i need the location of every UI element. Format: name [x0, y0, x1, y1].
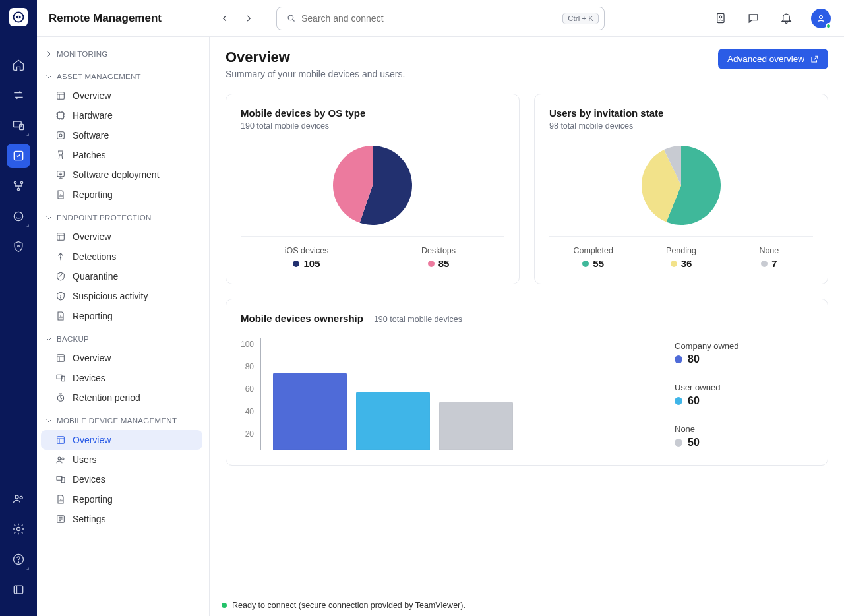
- bar-chart-ownership: [260, 338, 622, 450]
- legend-swatch-icon: [293, 261, 299, 267]
- sidebar-item-icon: [55, 130, 66, 140]
- legend-item: Company owned 80: [675, 341, 813, 365]
- sidebar-item-icon: [55, 514, 66, 524]
- sidebar-item-label: Devices: [73, 373, 106, 383]
- sidebar-item-overview[interactable]: Overview: [41, 430, 202, 450]
- rail-remote-management-icon[interactable]: [7, 144, 30, 168]
- sidebar-item-detections[interactable]: Detections: [41, 247, 202, 266]
- chat-icon[interactable]: [745, 11, 761, 26]
- sidebar-item-devices[interactable]: Devices: [41, 368, 202, 388]
- sidebar-item-label: Software: [73, 130, 109, 140]
- rail-help-icon[interactable]: [7, 547, 30, 571]
- chevron-icon: [45, 335, 53, 343]
- chevron-icon: [45, 50, 53, 58]
- card-subtitle: 190 total mobile devices: [241, 121, 504, 131]
- nav-back-button[interactable]: [217, 11, 233, 26]
- chevron-icon: [45, 73, 53, 80]
- legend-value: 60: [688, 395, 700, 407]
- advanced-overview-button[interactable]: Advanced overview: [718, 49, 828, 69]
- rail-team-icon[interactable]: [7, 487, 30, 510]
- sidebar-group-backup[interactable]: BACKUP: [41, 330, 202, 348]
- sidebar-group-asset management[interactable]: ASSET MANAGEMENT: [41, 67, 202, 86]
- legend-value: 55: [593, 258, 604, 269]
- search-shortcut: Ctrl + K: [562, 13, 599, 24]
- sidebar-item-hardware[interactable]: Hardware: [41, 106, 202, 125]
- sidebar-item-reporting[interactable]: Reporting: [41, 306, 202, 326]
- sidebar-item-suspicious-activity[interactable]: Suspicious activity: [41, 286, 202, 306]
- sidebar-item-label: Settings: [73, 514, 106, 524]
- svg-point-4: [14, 181, 16, 183]
- legend-label: None: [675, 424, 813, 434]
- search-box[interactable]: Ctrl + K: [276, 7, 605, 30]
- legend-swatch-icon: [761, 261, 768, 267]
- legend-label: iOS devices: [285, 246, 329, 255]
- sidebar-group-label: ENDPOINT PROTECTION: [57, 214, 152, 222]
- svg-rect-21: [57, 132, 65, 139]
- sidebar-item-icon: [55, 435, 66, 445]
- sidebar-item-devices[interactable]: Devices: [41, 470, 202, 489]
- app-title: Remote Management: [49, 12, 162, 25]
- rail-support-icon[interactable]: [7, 204, 30, 228]
- sidebar-item-label: Retention period: [73, 392, 140, 403]
- bar: [356, 392, 430, 450]
- rail-transfer-icon[interactable]: [7, 83, 30, 107]
- search-input[interactable]: [301, 13, 562, 24]
- sidebar-item-icon: [55, 271, 66, 282]
- sidebar-group-label: MONITORING: [57, 50, 108, 58]
- chevron-icon: [45, 417, 53, 425]
- rail-shield-icon[interactable]: [7, 235, 30, 259]
- sidebar-group-endpoint protection[interactable]: ENDPOINT PROTECTION: [41, 208, 202, 227]
- rail-collapse-icon[interactable]: [7, 578, 30, 601]
- rail-home-icon[interactable]: [7, 53, 30, 77]
- rail-devices-icon[interactable]: [7, 113, 30, 137]
- sidebar-item-icon: [55, 169, 66, 180]
- svg-rect-20: [57, 112, 63, 118]
- legend-value: 36: [681, 258, 692, 269]
- legend-item: Completed 55: [549, 246, 637, 269]
- notifications-icon[interactable]: [778, 11, 794, 26]
- sidebar-item-icon: [55, 90, 66, 101]
- sidebar-item-software-deployment[interactable]: Software deployment: [41, 165, 202, 185]
- chevron-icon: [45, 214, 53, 222]
- sidebar-item-overview[interactable]: Overview: [41, 348, 202, 368]
- sidebar-item-quarantine[interactable]: Quarantine: [41, 266, 202, 286]
- card-subtitle: 190 total mobile devices: [374, 315, 462, 324]
- svg-rect-14: [14, 586, 22, 594]
- svg-rect-27: [57, 355, 65, 362]
- sidebar-item-label: Patches: [73, 150, 106, 160]
- sidebar-item-overview[interactable]: Overview: [41, 86, 202, 106]
- rail-settings-icon[interactable]: [7, 517, 30, 541]
- sidebar-item-label: Overview: [73, 353, 111, 363]
- user-icon: [816, 13, 826, 24]
- sidebar-item-reporting[interactable]: Reporting: [41, 489, 202, 509]
- svg-point-7: [14, 212, 22, 220]
- svg-point-26: [61, 297, 61, 298]
- pie-chart-os: [332, 145, 413, 226]
- nav-forward-button[interactable]: [241, 11, 256, 26]
- legend-label: None: [759, 246, 779, 255]
- status-text: Ready to connect (secure connection prov…: [232, 601, 466, 610]
- y-tick: 60: [245, 385, 254, 394]
- sidebar-item-overview[interactable]: Overview: [41, 227, 202, 247]
- sidebar-item-retention-period[interactable]: Retention period: [41, 388, 202, 408]
- rail-workflows-icon[interactable]: [7, 174, 30, 198]
- card-title: Users by invitation state: [549, 108, 813, 119]
- sidebar-item-users[interactable]: Users: [41, 450, 202, 470]
- sidebar-item-reporting[interactable]: Reporting: [41, 185, 202, 204]
- sidebar-item-software[interactable]: Software: [41, 125, 202, 145]
- sidebar-item-icon: [55, 251, 66, 262]
- legend-label: User owned: [675, 383, 813, 392]
- legend-value: 80: [688, 354, 700, 365]
- sidebar-item-icon: [55, 291, 66, 301]
- sidebar-item-settings[interactable]: Settings: [41, 509, 202, 529]
- sidebar-item-icon: [55, 373, 66, 383]
- svg-point-5: [20, 181, 22, 183]
- sidebar-group-mobile device management[interactable]: MOBILE DEVICE MANAGEMENT: [41, 412, 202, 430]
- sidebar-group-monitoring[interactable]: MONITORING: [41, 45, 202, 63]
- status-bar: Ready to connect (secure connection prov…: [210, 594, 844, 616]
- contacts-icon[interactable]: [712, 11, 728, 26]
- sidebar-item-patches[interactable]: Patches: [41, 145, 202, 165]
- legend-value: 105: [303, 258, 320, 269]
- user-avatar[interactable]: [811, 9, 831, 28]
- sidebar-item-label: Users: [73, 454, 97, 465]
